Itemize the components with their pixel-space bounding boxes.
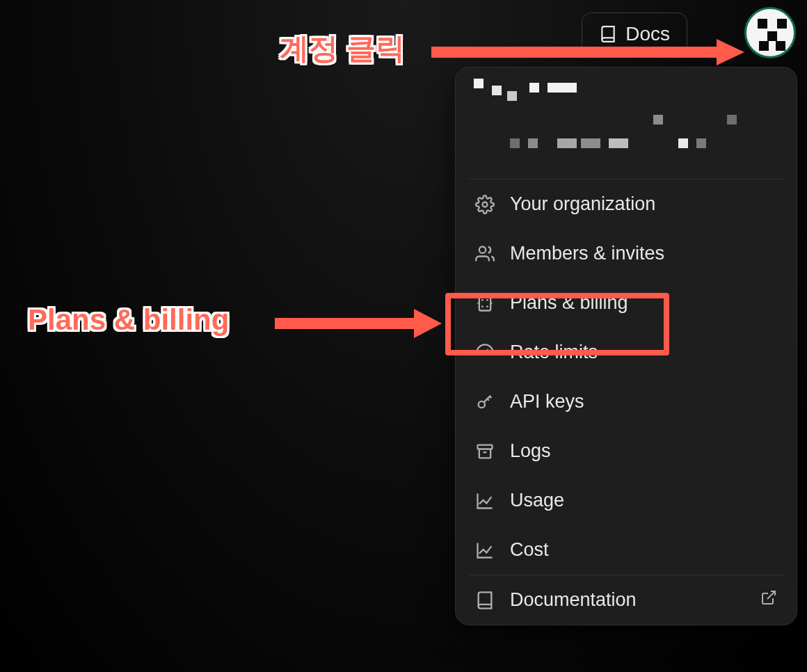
menu-item-label: Plans & billing	[510, 292, 628, 314]
svg-point-6	[486, 305, 488, 307]
svg-point-3	[481, 298, 484, 301]
menu-item-plans-billing[interactable]: Plans & billing	[456, 278, 797, 328]
menu-item-label: Documentation	[510, 589, 637, 611]
billing-icon	[475, 294, 495, 313]
archive-icon	[475, 442, 495, 461]
gauge-icon	[475, 343, 495, 362]
key-icon	[475, 392, 495, 412]
svg-point-0	[483, 202, 488, 207]
pixelated-text	[474, 83, 778, 101]
menu-item-label: Rate limits	[510, 342, 598, 363]
menu-item-label: Cost	[510, 539, 549, 561]
pixelated-text	[474, 138, 778, 148]
account-menu: Your organization Members & invites Plan…	[455, 67, 797, 625]
account-avatar[interactable]	[744, 7, 796, 58]
svg-point-10	[479, 401, 485, 407]
menu-item-usage[interactable]: Usage	[456, 476, 797, 525]
users-icon	[475, 244, 495, 264]
menu-item-organization[interactable]: Your organization	[456, 179, 797, 229]
menu-item-rate-limits[interactable]: Rate limits	[456, 328, 797, 377]
svg-point-4	[486, 298, 488, 301]
menu-item-label: Members & invites	[510, 243, 664, 264]
svg-rect-11	[478, 445, 493, 449]
chart-icon	[475, 491, 495, 511]
annotation-click-account: 계정 클릭	[280, 29, 405, 68]
svg-point-1	[479, 246, 486, 253]
menu-item-label: API keys	[510, 391, 584, 413]
docs-button[interactable]: Docs	[582, 13, 687, 56]
book-icon	[475, 591, 495, 610]
pixelated-text	[474, 115, 778, 125]
svg-point-5	[481, 305, 484, 307]
svg-line-13	[767, 591, 775, 599]
chart-icon	[475, 541, 495, 560]
menu-item-documentation[interactable]: Documentation	[456, 575, 797, 625]
svg-rect-2	[479, 296, 490, 310]
menu-header	[456, 83, 797, 179]
menu-item-cost[interactable]: Cost	[456, 525, 797, 575]
docs-label: Docs	[625, 23, 670, 45]
arrow-to-plans	[275, 306, 442, 341]
external-link-icon	[760, 589, 777, 611]
book-icon	[599, 25, 617, 43]
menu-item-label: Usage	[510, 490, 564, 511]
menu-item-label: Logs	[510, 440, 551, 462]
menu-item-api-keys[interactable]: API keys	[456, 377, 797, 426]
menu-item-label: Your organization	[510, 193, 655, 215]
annotation-plans-billing: Plans & billing	[28, 303, 229, 337]
gear-icon	[475, 195, 495, 214]
svg-marker-15	[717, 39, 744, 65]
menu-item-logs[interactable]: Logs	[456, 426, 797, 476]
svg-marker-17	[414, 309, 442, 338]
menu-item-members[interactable]: Members & invites	[456, 229, 797, 278]
